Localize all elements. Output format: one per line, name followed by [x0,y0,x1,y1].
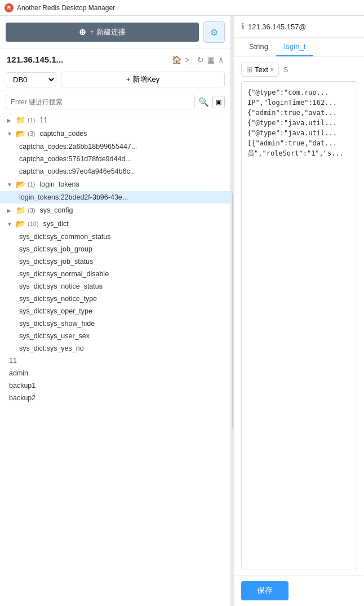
value-line-5: {"@type":"java.util... [247,128,351,138]
value-line-3: {"admin":true,"avat... [247,108,351,118]
folder-open-icon: 📂 [16,129,25,138]
save-label: 保存 [257,586,273,595]
value-line-2: IP","loginTime":162... [247,98,351,108]
db-selector[interactable]: DB0 [6,72,56,87]
arrow-down-icon: ▼ [7,182,14,188]
format-icon: ⊞ [246,65,252,74]
list-item[interactable]: sys_dict:sys_job_status [0,255,230,268]
list-item[interactable]: backup1 [0,379,230,392]
key-name: sys_dict:sys_notice_status [19,282,103,290]
grid-icon[interactable]: ▦ [207,55,215,64]
settings-button[interactable]: ⚙ [203,21,225,43]
list-item[interactable]: captcha_codes:5761d78fde9d44d... [0,153,230,165]
list-item[interactable]: sys_dict:sys_show_hide [0,317,230,330]
list-item[interactable]: captcha_codes:2a6bb18b99655447... [0,140,230,153]
list-item[interactable]: 11 [0,355,230,367]
group-name: sys_dict [43,220,69,228]
tab-login-t[interactable]: login_t [276,38,313,56]
folder-open-icon: 📂 [16,180,25,189]
titlebar: R Another Redis Desktop Manager [0,0,364,16]
list-item[interactable]: ▼📂(10)sys_dict [0,217,230,231]
left-panel: ⊕ + 新建连接 ⚙ 121.36.145.1... 🏠 >_ ↻ ▦ ∧ DB… [0,16,231,606]
right-panel: ℹ 121.36.145.157@ String login_t ⊞ Text … [234,16,364,606]
list-item[interactable]: sys_dict:sys_job_group [0,243,230,255]
gear-icon: ⚙ [210,27,218,38]
bottom-bar: 保存 [234,575,364,606]
list-item[interactable]: ▼📂(3)captcha_codes [0,127,230,140]
info-icon: ℹ [241,21,245,32]
count-badge: (10) [28,220,39,227]
plus-icon: ⊕ [79,27,86,37]
format-extra-label: S [283,65,288,74]
arrow-right-icon: ▶ [7,207,14,214]
folder-icon: 📁 [16,116,25,125]
count-badge: (1) [28,117,35,123]
key-name: backup2 [9,394,35,402]
new-connection-label: + 新建连接 [90,27,125,37]
arrow-down-icon: ▼ [7,131,14,137]
main-layout: ⊕ + 新建连接 ⚙ 121.36.145.1... 🏠 >_ ↻ ▦ ∧ DB… [0,16,364,606]
key-name: admin [9,369,28,377]
list-item[interactable]: ▼📂(1)login_tokens [0,178,230,191]
collapse-icon[interactable]: ∧ [218,55,224,64]
filter-button[interactable]: ▣ [212,96,225,108]
key-name: backup1 [9,382,35,390]
value-line-6: [{"admin":true,"dat... [247,138,351,148]
home-icon[interactable]: 🏠 [172,55,181,64]
arrow-down-icon: ▼ [7,221,14,227]
format-selector[interactable]: ⊞ Text ▾ [241,63,279,77]
count-badge: (3) [28,130,35,137]
key-name: sys_dict:sys_job_group [19,245,92,253]
key-name: sys_dict:sys_oper_type [19,307,92,315]
app-title: Another Redis Desktop Manager [17,4,115,12]
folder-icon: 📁 [16,206,25,215]
group-name: sys_config [39,206,73,214]
list-item[interactable]: sys_dict:sys_notice_type [0,293,230,305]
key-list: ▶📁(1)11▼📂(3)captcha_codescaptcha_codes:2… [0,113,230,606]
count-badge: (1) [28,181,35,188]
app-icon: R [5,3,14,12]
format-row: ⊞ Text ▾ S [241,63,357,77]
terminal-icon[interactable]: >_ [185,55,194,64]
list-item[interactable]: ▶📁(3)sys_config [0,204,230,217]
key-name: login_tokens:22bded2f-3b96-43e... [19,193,128,201]
list-item[interactable]: sys_dict:sys_common_status [0,231,230,243]
list-item[interactable]: sys_dict:sys_yes_no [0,342,230,355]
save-button[interactable]: 保存 [241,581,288,600]
group-name: login_tokens [39,180,79,188]
list-item[interactable]: sys_dict:sys_normal_disable [0,268,230,280]
folder-open-icon: 📂 [16,219,25,228]
value-line-7: 员","roleSort":"1","s... [247,148,351,158]
tab-string[interactable]: String [241,38,276,56]
refresh-icon[interactable]: ↻ [197,55,204,64]
list-item[interactable]: sys_dict:sys_user_sex [0,330,230,342]
search-input[interactable] [6,95,195,109]
panel-divider[interactable] [231,16,234,606]
search-icon[interactable]: 🔍 [198,97,209,107]
add-key-button[interactable]: + 新增Key [61,72,225,87]
tabs-row: String login_t [234,38,364,57]
toolbar: ⊕ + 新建连接 ⚙ [0,16,230,49]
key-name: sys_dict:sys_common_status [19,233,111,241]
key-name: captcha_codes:c97ec4a946e54b6c... [19,167,136,175]
list-item[interactable]: ▶📁(1)11 [0,113,230,127]
list-item[interactable]: sys_dict:sys_notice_status [0,280,230,293]
key-name: 11 [9,357,17,365]
key-name: sys_dict:sys_normal_disable [19,270,109,278]
connection-header: 121.36.145.1... 🏠 >_ ↻ ▦ ∧ [0,49,230,68]
key-name: sys_dict:sys_job_status [19,258,93,266]
db-row: DB0 + 新增Key [0,68,230,91]
list-item[interactable]: sys_dict:sys_oper_type [0,305,230,317]
group-name: 11 [39,116,47,124]
add-key-label: + 新增Key [126,75,160,83]
value-line-1: {"@type":"com.ruo... [247,87,351,98]
list-item[interactable]: backup2 [0,392,230,404]
list-item[interactable]: login_tokens:22bded2f-3b96-43e... [0,191,230,204]
chevron-down-icon: ▾ [270,66,274,73]
key-name: sys_dict:sys_user_sex [19,332,90,340]
key-name: sys_dict:sys_show_hide [19,320,95,328]
list-item[interactable]: captcha_codes:c97ec4a946e54b6c... [0,165,230,178]
value-editor[interactable]: {"@type":"com.ruo... IP","loginTime":162… [241,81,357,569]
list-item[interactable]: admin [0,367,230,379]
new-connection-button[interactable]: ⊕ + 新建连接 [6,23,199,42]
